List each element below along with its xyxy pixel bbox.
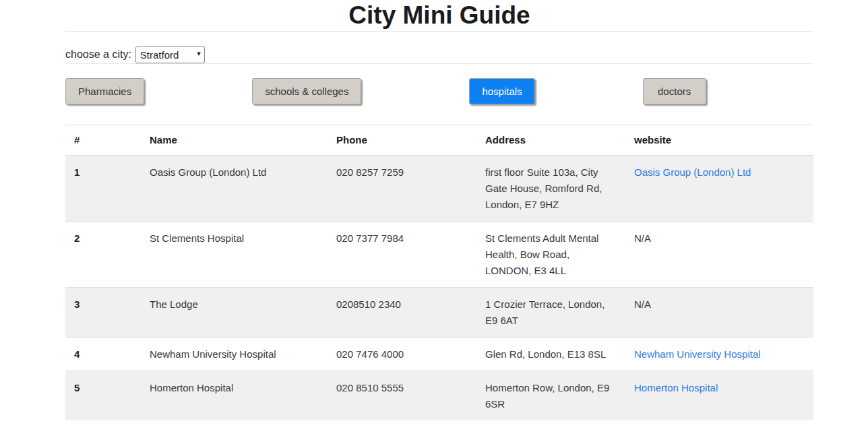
tab-schools-colleges[interactable]: schools & colleges bbox=[252, 78, 361, 104]
hospital-address: 1 Crozier Terrace, London, E9 6AT bbox=[485, 288, 634, 338]
address-line: Health, Bow Road, bbox=[485, 247, 627, 263]
hospital-address: Homerton Row, London, E9 6SR bbox=[485, 371, 634, 421]
hospital-name: Newham University Hospital bbox=[150, 338, 336, 371]
hospital-address: first floor Suite 103a, City Gate House,… bbox=[485, 156, 634, 222]
hospitals-table: # Name Phone Address website 1 Oasis Gro… bbox=[65, 125, 813, 420]
category-tabs: Pharmacies schools & colleges hospitals … bbox=[65, 78, 813, 104]
city-select[interactable]: Stratford bbox=[135, 46, 205, 63]
address-line: LONDON, E3 4LL bbox=[485, 263, 627, 279]
table-row: 1 Oasis Group (London) Ltd 020 8257 7259… bbox=[65, 156, 813, 222]
address-line: first floor Suite 103a, City bbox=[485, 164, 627, 181]
hospital-name: Homerton Hospital bbox=[150, 371, 336, 421]
header-name: Name bbox=[150, 125, 336, 156]
table-row: 5 Homerton Hospital 020 8510 5555 Homert… bbox=[65, 371, 813, 421]
row-number: 1 bbox=[65, 156, 150, 222]
hospital-name: St Clements Hospital bbox=[150, 222, 336, 288]
page-title: City Mini Guide bbox=[65, 0, 813, 31]
website-link[interactable]: Homerton Hospital bbox=[634, 382, 718, 393]
table-row: 2 St Clements Hospital 020 7377 7984 St … bbox=[65, 222, 813, 288]
table-header-row: # Name Phone Address website bbox=[65, 125, 813, 156]
hospital-phone: 0208510 2340 bbox=[336, 288, 485, 338]
address-line: St Clements Adult Mental bbox=[485, 230, 627, 247]
hospital-phone: 020 7476 4000 bbox=[336, 338, 485, 371]
hospital-website-cell: N/A bbox=[634, 288, 813, 338]
hospital-phone: 020 8510 5555 bbox=[336, 371, 485, 421]
table-row: 3 The Lodge 0208510 2340 1 Crozier Terra… bbox=[65, 288, 813, 338]
tab-doctors[interactable]: doctors bbox=[643, 78, 706, 104]
page-container: City Mini Guide choose a city: Stratford… bbox=[65, 0, 813, 420]
address-line: E9 6AT bbox=[485, 313, 627, 329]
address-line: Glen Rd, London, E13 8SL bbox=[485, 346, 627, 362]
table-row: 4 Newham University Hospital 020 7476 40… bbox=[65, 338, 813, 371]
address-line: 6SR bbox=[485, 396, 627, 412]
row-number: 4 bbox=[65, 338, 150, 371]
hospital-name: The Lodge bbox=[150, 288, 336, 338]
website-link[interactable]: Newham University Hospital bbox=[634, 348, 761, 360]
address-line: London, E7 9HZ bbox=[485, 197, 627, 213]
city-chooser: choose a city: Stratford ▾ bbox=[65, 46, 813, 63]
hospital-website-cell: N/A bbox=[634, 222, 813, 288]
row-number: 5 bbox=[65, 371, 150, 421]
website-na: N/A bbox=[634, 232, 651, 244]
hospital-phone: 020 8257 7259 bbox=[336, 156, 485, 222]
header-address: Address bbox=[485, 125, 634, 156]
hospital-website-cell: Oasis Group (London) Ltd bbox=[634, 156, 813, 222]
website-link[interactable]: Oasis Group (London) Ltd bbox=[634, 166, 751, 178]
city-select-wrapper: Stratford ▾ bbox=[135, 46, 205, 63]
results-table-wrapper: # Name Phone Address website 1 Oasis Gro… bbox=[65, 125, 813, 420]
tab-hospitals[interactable]: hospitals bbox=[469, 78, 534, 104]
hospital-website-cell: Newham University Hospital bbox=[634, 338, 813, 371]
header-website: website bbox=[634, 125, 813, 156]
address-line: Homerton Row, London, E9 bbox=[485, 380, 627, 396]
hospital-address: St Clements Adult Mental Health, Bow Roa… bbox=[485, 222, 634, 288]
divider bbox=[65, 31, 813, 32]
website-na: N/A bbox=[634, 298, 651, 310]
address-line: 1 Crozier Terrace, London, bbox=[485, 296, 627, 313]
hospital-website-cell: Homerton Hospital bbox=[634, 371, 813, 421]
header-phone: Phone bbox=[336, 125, 485, 156]
header-num: # bbox=[65, 125, 150, 156]
address-line: Gate House, Romford Rd, bbox=[485, 181, 627, 197]
row-number: 2 bbox=[65, 222, 150, 288]
row-number: 3 bbox=[65, 288, 150, 338]
tab-pharmacies[interactable]: Pharmacies bbox=[65, 78, 144, 104]
hospital-name: Oasis Group (London) Ltd bbox=[150, 156, 336, 222]
city-select-label: choose a city: bbox=[65, 49, 131, 61]
hospital-phone: 020 7377 7984 bbox=[336, 222, 485, 288]
hospital-address: Glen Rd, London, E13 8SL bbox=[485, 338, 634, 371]
divider bbox=[65, 63, 813, 64]
